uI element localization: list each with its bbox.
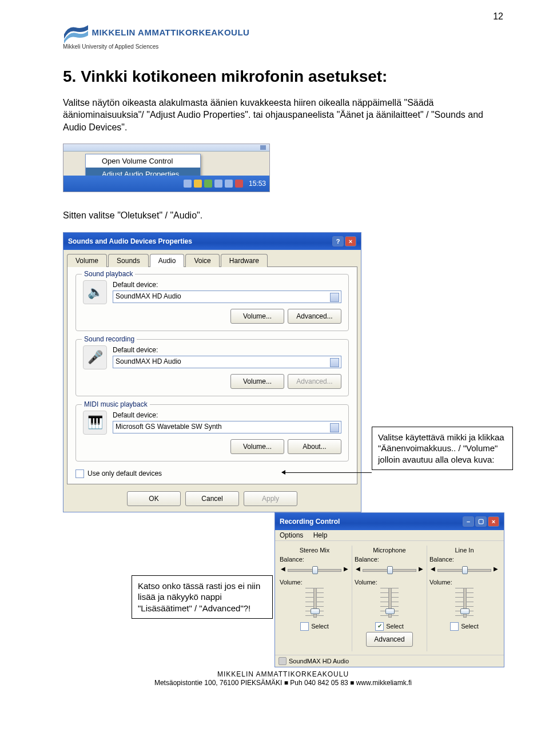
ok-button[interactable]: OK	[127, 491, 181, 506]
volume-slider[interactable]	[384, 587, 395, 619]
tab-volume[interactable]: Volume	[67, 254, 107, 267]
menu-item-open-volume[interactable]: Open Volume Control	[86, 154, 200, 168]
group-legend: Sound recording	[82, 335, 137, 343]
paragraph-2: Sitten valitse "Oletukset" / "Audio".	[63, 209, 503, 222]
advanced-button[interactable]: Advanced	[366, 632, 413, 647]
dialog-title: Recording Control	[280, 518, 340, 526]
field-label: Default device:	[113, 411, 341, 419]
playback-advanced-button[interactable]: Advanced...	[288, 309, 341, 324]
channel-name: Line In	[429, 547, 499, 554]
dialog-title: Sounds and Audio Devices Properties	[68, 237, 192, 245]
playback-device-select[interactable]: SoundMAX HD Audio	[113, 291, 341, 303]
menu-options[interactable]: Options	[280, 531, 303, 539]
midi-icon: 🎹	[83, 411, 107, 435]
channel-line-in: Line In Balance: ◀▶ Volume: Select	[427, 546, 502, 651]
channel-stereo-mix: Stereo Mix Balance: ◀▶ Volume: Select	[277, 546, 352, 651]
section-heading: 5. Vinkki kotikoneen mikrofonin asetukse…	[63, 67, 503, 86]
tab-strip: Volume Sounds Audio Voice Hardware	[63, 250, 361, 266]
logo-icon	[63, 23, 89, 43]
volume-slider[interactable]	[459, 587, 470, 619]
group-sound-playback: Sound playback 🔈 Default device: SoundMA…	[75, 274, 349, 331]
recording-device-select[interactable]: SoundMAX HD Audio	[113, 356, 341, 368]
minimize-button[interactable]: –	[463, 516, 474, 527]
balance-slider[interactable]: ◀▶	[429, 564, 499, 575]
tray-icon[interactable]	[204, 180, 212, 188]
dialog-titlebar: Recording Control – ▢ ×	[275, 513, 504, 530]
callout-check-advanced: Katso onko tässä rasti jos ei niin lisää…	[132, 575, 273, 619]
close-button[interactable]: ×	[488, 516, 499, 527]
close-button[interactable]: ×	[345, 236, 356, 246]
group-legend: MIDI music playback	[82, 400, 150, 408]
dialog-titlebar: Sounds and Audio Devices Properties ? ×	[63, 233, 361, 250]
menu-bar: Options Help	[275, 530, 504, 541]
select-checkbox[interactable]	[450, 622, 459, 631]
logo-text-main: MIKKELIN AMMATTIKORKEAKOULU	[92, 27, 249, 37]
device-icon	[279, 657, 287, 665]
volume-icon[interactable]	[225, 180, 233, 188]
speaker-icon: 🔈	[83, 280, 107, 304]
channel-name: Stereo Mix	[280, 547, 349, 554]
page-number: 12	[493, 11, 503, 22]
group-sound-recording: Sound recording 🎤 Default device: SoundM…	[75, 339, 349, 396]
footer-org: MIKKELIN AMMATTIKORKEAKOULU	[63, 670, 503, 679]
org-logo: MIKKELIN AMMATTIKORKEAKOULU Mikkeli Univ…	[63, 23, 503, 50]
volume-slider[interactable]	[309, 587, 320, 619]
balance-slider[interactable]: ◀▶	[280, 564, 349, 575]
recording-volume-button[interactable]: Volume...	[230, 374, 284, 389]
tab-sounds[interactable]: Sounds	[108, 254, 149, 267]
status-text: SoundMAX HD Audio	[289, 658, 349, 665]
midi-device-select[interactable]: Microsoft GS Wavetable SW Synth	[113, 421, 341, 433]
channel-name: Microphone	[355, 547, 424, 554]
checkbox-label: Use only default devices	[87, 469, 162, 478]
callout-select-mic: Valitse käytettävä mikki ja klikkaa "Ään…	[372, 427, 513, 471]
cancel-button[interactable]: Cancel	[185, 491, 239, 506]
apply-button[interactable]: Apply	[244, 491, 297, 506]
field-label: Default device:	[113, 281, 341, 289]
menu-help[interactable]: Help	[313, 531, 328, 539]
callout-pointer	[282, 472, 372, 473]
recording-advanced-button[interactable]: Advanced...	[288, 374, 341, 389]
logo-text-sub: Mikkeli University of Applied Sciences	[63, 43, 503, 50]
midi-volume-button[interactable]: Volume...	[230, 439, 284, 454]
screenshot-tray-menu: Open Volume Control Adjust Audio Propert…	[63, 144, 270, 192]
help-button[interactable]: ?	[332, 236, 344, 246]
tray-icon[interactable]	[214, 180, 222, 188]
default-devices-checkbox[interactable]	[75, 469, 84, 478]
balance-slider[interactable]: ◀▶	[355, 564, 424, 575]
paragraph-1: Valitse näytön oikeasta alakulmasta ääni…	[63, 97, 503, 134]
select-checkbox[interactable]	[375, 622, 384, 631]
status-bar: SoundMAX HD Audio	[275, 655, 504, 667]
select-checkbox[interactable]	[300, 622, 309, 631]
taskbar: 15:53	[63, 176, 269, 192]
tab-hardware[interactable]: Hardware	[221, 254, 268, 267]
tray-icon[interactable]	[194, 180, 202, 188]
tray-icon[interactable]	[184, 180, 192, 188]
taskbar-clock: 15:53	[249, 180, 266, 188]
tray-icon[interactable]	[235, 180, 243, 188]
screenshot-audio-dialog: Sounds and Audio Devices Properties ? × …	[63, 232, 361, 512]
channel-microphone: Microphone Balance: ◀▶ Volume: Select Ad…	[352, 546, 427, 651]
footer-address: Metsäopistontie 100, 76100 PIEKSÄMÄKI ■ …	[63, 679, 503, 688]
maximize-button[interactable]: ▢	[475, 516, 487, 527]
microphone-icon: 🎤	[83, 345, 107, 369]
playback-volume-button[interactable]: Volume...	[230, 309, 284, 324]
group-legend: Sound playback	[82, 270, 135, 278]
screenshot-recording-control: Recording Control – ▢ × Options Help Ste…	[274, 512, 504, 667]
midi-about-button[interactable]: About...	[288, 439, 341, 454]
tab-audio[interactable]: Audio	[150, 254, 185, 267]
group-midi-playback: MIDI music playback 🎹 Default device: Mi…	[75, 404, 349, 461]
field-label: Default device:	[113, 346, 341, 354]
tab-voice[interactable]: Voice	[185, 254, 219, 267]
